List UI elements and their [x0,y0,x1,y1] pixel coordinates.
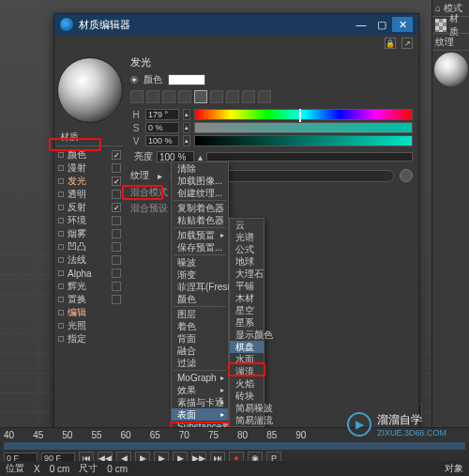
channel-checkbox[interactable] [112,190,121,199]
menu-item-噪波[interactable]: 噪波 [172,256,228,269]
channel-Alpha[interactable]: Alpha [56,267,123,280]
picker-icon-hsv[interactable] [194,90,207,103]
submenu-item-棋盘[interactable]: 棋盘 [230,341,264,353]
channel-radio[interactable] [58,270,64,276]
channel-radio[interactable] [58,284,64,289]
mat-row[interactable]: 材质 [432,17,469,34]
color-swatch[interactable] [168,74,205,85]
surface-submenu[interactable]: 云光谱公式地球大理石平铺木材星空星系显示颜色棋盘水面湍流火焰砖块简易噪波简易湍流 [229,218,265,427]
h-value[interactable]: 179 ° [145,109,179,120]
channel-checkbox[interactable] [112,229,121,238]
channel-radio[interactable] [58,165,64,171]
submenu-item-水面[interactable]: 水面 [230,353,264,365]
channel-透明[interactable]: 透明 [56,188,123,201]
channel-法线[interactable]: 法线 [56,253,123,267]
channel-radio[interactable] [58,231,64,237]
channel-radio[interactable] [58,152,64,158]
channel-凹凸[interactable]: 凹凸 [56,240,123,253]
texture-browse-button[interactable] [400,169,413,182]
menu-item-效果[interactable]: 效果 [172,384,228,396]
channel-光照[interactable]: 光照 [56,319,123,332]
menu-item-保存预置...[interactable]: 保存预置... [172,241,228,253]
submenu-item-光谱[interactable]: 光谱 [230,231,264,243]
menu-item-图层[interactable]: 图层 [172,308,228,320]
menu-item-融合[interactable]: 融合 [172,345,228,357]
submenu-item-简易湍流[interactable]: 简易湍流 [230,414,264,426]
menu-item-渐变[interactable]: 渐变 [172,269,228,281]
v-value[interactable]: 100 % [145,135,179,146]
picker-icon-4[interactable] [178,90,191,103]
channel-环境[interactable]: 环境 [56,214,123,227]
menu-item-背面[interactable]: 背面 [172,332,228,345]
hue-slider[interactable] [194,109,413,120]
channel-radio[interactable] [58,178,64,184]
channel-checkbox[interactable] [112,150,121,160]
brightness-spinner[interactable]: ▴ [198,152,203,162]
sat-slider[interactable] [194,122,413,133]
submenu-item-星系[interactable]: 星系 [230,316,264,329]
brightness-slider[interactable] [206,152,413,161]
channel-漫射[interactable]: 漫射 [56,161,123,175]
submenu-item-湍流[interactable]: 湍流 [230,365,264,377]
channel-发光[interactable]: 发光 [56,175,123,188]
channel-radio[interactable] [58,310,64,315]
channel-置换[interactable]: 置换 [56,293,123,306]
channel-radio[interactable] [58,257,64,263]
dialog-titlebar[interactable]: 材质编辑器 — ▢ ✕ [54,14,418,35]
color-radio[interactable] [130,76,138,84]
channel-颜色[interactable]: 颜色 [56,148,123,161]
channel-checkbox[interactable] [112,163,121,173]
channel-checkbox[interactable] [112,295,121,304]
val-slider[interactable] [194,135,413,146]
s-spinner[interactable]: ▴ [183,122,190,133]
texture-dropdown-arrow[interactable]: ▸ [155,171,164,181]
picker-icon-3[interactable] [162,90,175,103]
channel-radio[interactable] [58,297,64,302]
menu-item-清除[interactable]: 清除 [172,162,228,175]
s-value[interactable]: 0 % [145,122,179,133]
submenu-item-大理石[interactable]: 大理石 [230,268,264,280]
channel-radio[interactable] [58,192,64,197]
menu-item-加载图像...[interactable]: 加载图像... [172,175,228,187]
submenu-item-简易噪波[interactable]: 简易噪波 [230,402,264,414]
close-button[interactable]: ✕ [392,17,413,32]
minimize-button[interactable]: — [351,17,371,32]
material-preview-sphere[interactable] [57,57,123,123]
arrow-icon[interactable]: ↗ [401,38,413,49]
channel-radio[interactable] [58,244,64,250]
menu-item-素描与卡通[interactable]: 素描与卡通 [172,396,228,408]
picker-icon-7[interactable] [226,90,239,103]
menu-item-过滤[interactable]: 过滤 [172,357,228,369]
hue-marker[interactable] [299,109,301,122]
submenu-item-砖块[interactable]: 砖块 [230,390,264,402]
submenu-item-云[interactable]: 云 [230,219,264,231]
menu-item-加载预置[interactable]: 加载预置 [172,229,228,241]
submenu-item-木材[interactable]: 木材 [230,292,264,304]
channel-烟雾[interactable]: 烟雾 [56,227,123,240]
menu-item-复制着色器[interactable]: 复制着色器 [172,202,228,214]
channel-checkbox[interactable] [112,203,121,212]
channel-radio[interactable] [58,218,64,223]
menu-item-着色[interactable]: 着色 [172,320,228,332]
channel-指定[interactable]: 指定 [56,332,123,345]
menu-item-MoGraph[interactable]: MoGraph [172,372,228,384]
timeline-scrubber[interactable] [4,442,465,450]
material-name-label[interactable]: 材质 [56,129,123,146]
picker-icon-2[interactable] [146,90,159,103]
v-spinner[interactable]: ▴ [183,135,190,146]
submenu-item-火焰[interactable]: 火焰 [230,377,264,390]
channel-反射[interactable]: 反射 [56,201,123,214]
menu-item-菲涅耳(Fresnel)[interactable]: 菲涅耳(Fresnel) [172,281,228,293]
menu-item-创建纹理...[interactable]: 创建纹理... [172,187,228,199]
channel-编辑[interactable]: 编辑 [56,306,123,319]
channel-checkbox[interactable] [112,177,121,186]
picker-icon-6[interactable] [210,90,223,103]
channel-辉光[interactable]: 辉光 [56,280,123,293]
submenu-item-平铺[interactable]: 平铺 [230,280,264,292]
picker-icon-1[interactable] [130,90,144,103]
submenu-item-地球[interactable]: 地球 [230,255,264,268]
texture-context-menu[interactable]: 清除加载图像...创建纹理...复制着色器粘贴着色器加载预置保存预置...噪波渐… [171,161,229,446]
submenu-item-星空[interactable]: 星空 [230,304,264,316]
channel-checkbox[interactable] [112,216,121,225]
submenu-item-公式[interactable]: 公式 [230,243,264,255]
